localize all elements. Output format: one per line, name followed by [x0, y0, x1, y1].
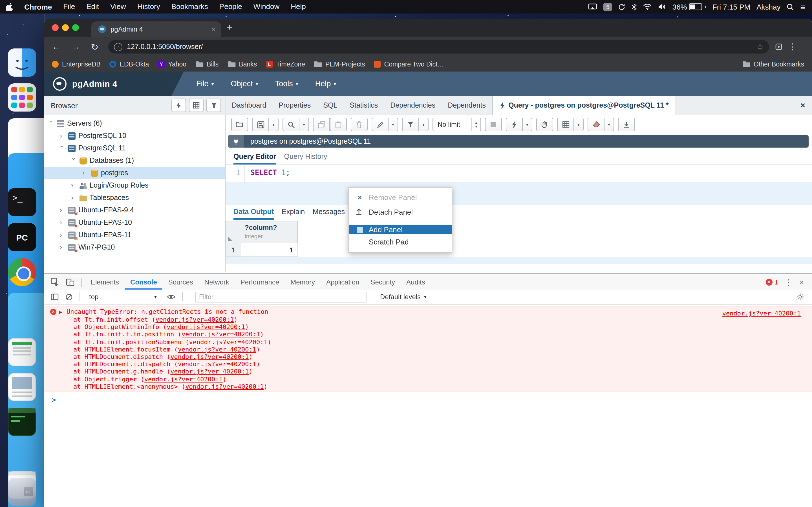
- fast-user-switch-label[interactable]: Akshay: [756, 3, 780, 11]
- spotlight-search-icon[interactable]: [786, 3, 794, 10]
- view-data-options-button[interactable]: [557, 118, 574, 131]
- grid-column-header[interactable]: ?column? integer: [241, 221, 298, 243]
- quick-search-button[interactable]: [171, 99, 186, 112]
- limit-stepper-icon[interactable]: ▴▾: [471, 118, 480, 131]
- tree-item-postgres-selected[interactable]: ›postgres: [44, 167, 225, 179]
- stack-source-link[interactable]: vendor.js?ver=40200:1: [178, 360, 256, 368]
- chevron-expanded-icon[interactable]: ›: [60, 145, 65, 151]
- clear-query-button[interactable]: [588, 118, 605, 131]
- tab-dependents[interactable]: Dependents: [442, 96, 492, 115]
- browser-tab[interactable]: pgAdmin 4 ×: [91, 21, 221, 37]
- console-filter-input[interactable]: [195, 291, 366, 302]
- pgadmin-menu-file[interactable]: File: [196, 79, 214, 88]
- console-settings-gear-icon[interactable]: [796, 293, 804, 301]
- error-source-link[interactable]: vendor.js?ver=40200:1: [722, 310, 801, 318]
- volume-icon[interactable]: [658, 3, 666, 10]
- forward-button[interactable]: →: [69, 42, 82, 52]
- menu-view[interactable]: View: [105, 0, 132, 13]
- panel-close-icon[interactable]: ×: [800, 96, 805, 115]
- chevron-collapsed-icon[interactable]: ›: [71, 182, 77, 188]
- pgadmin-menu-help[interactable]: Help: [315, 79, 336, 88]
- context-menu-item-scratch-pad[interactable]: Scratch Pad: [349, 234, 452, 249]
- other-bookmarks-button[interactable]: Other Bookmarks: [742, 61, 804, 68]
- execute-dropdown[interactable]: ▾: [523, 118, 532, 131]
- stack-source-link[interactable]: vendor.js?ver=40200:1: [170, 353, 249, 360]
- menu-bookmarks[interactable]: Bookmarks: [166, 0, 214, 13]
- context-menu-item-detach-panel[interactable]: Detach Panel: [349, 205, 452, 219]
- chevron-collapsed-icon[interactable]: ›: [82, 170, 88, 176]
- bookmark-compare-two-dict[interactable]: Compare Two Dict…: [374, 61, 444, 68]
- tab-properties[interactable]: Properties: [272, 96, 317, 115]
- menu-help[interactable]: Help: [285, 0, 312, 13]
- value-cell[interactable]: 1: [241, 243, 298, 257]
- console-error-entry[interactable]: × ▶ Uncaught TypeError: n.getClientRects…: [44, 306, 812, 392]
- filter-dropdown[interactable]: ▾: [419, 118, 428, 131]
- window-zoom-button[interactable]: [72, 24, 79, 31]
- error-count-badge[interactable]: ×1: [765, 279, 778, 285]
- window-close-button[interactable]: [52, 24, 59, 31]
- pgadmin-menu-tools[interactable]: Tools: [275, 79, 298, 88]
- clear-dropdown[interactable]: ▾: [605, 118, 614, 131]
- console-prompt[interactable]: >: [44, 395, 56, 405]
- extensions-icon[interactable]: [775, 43, 783, 51]
- delete-button[interactable]: [351, 118, 368, 131]
- devtools-menu-icon[interactable]: ⋮: [785, 277, 793, 286]
- terminal-dock-icon[interactable]: >_: [8, 188, 36, 216]
- chevron-collapsed-icon[interactable]: ›: [60, 207, 65, 213]
- chevron-collapsed-icon[interactable]: ›: [60, 220, 65, 225]
- device-toolbar-icon[interactable]: [66, 278, 74, 286]
- menu-edit[interactable]: Edit: [81, 0, 105, 13]
- tree-item-login-group-roles[interactable]: ›Login/Group Roles: [44, 179, 225, 191]
- tab-close-icon[interactable]: ×: [211, 25, 215, 33]
- screenshot-doc-dock-icon[interactable]: [8, 373, 36, 401]
- row-number-cell[interactable]: 1: [225, 243, 241, 257]
- new-tab-button[interactable]: +: [227, 22, 232, 33]
- edit-button[interactable]: [371, 118, 389, 131]
- browser-menu-icon[interactable]: ⋮: [788, 42, 797, 52]
- tab-dashboard[interactable]: Dashboard: [225, 96, 272, 115]
- commit-button[interactable]: [536, 118, 553, 131]
- tree-item-ubuntu-epas-11[interactable]: ›Ubuntu-EPAS-11: [44, 229, 225, 241]
- open-file-button[interactable]: [231, 118, 248, 131]
- console-sidebar-icon[interactable]: [51, 293, 59, 300]
- bluetooth-icon[interactable]: [632, 3, 637, 10]
- chevron-expanded-icon[interactable]: ›: [71, 158, 77, 163]
- menu-file[interactable]: File: [57, 0, 81, 13]
- spreadsheet-doc-dock-icon[interactable]: [8, 338, 36, 366]
- inspect-element-icon[interactable]: [51, 278, 59, 286]
- tree-item-ubuntu-epas-94[interactable]: ›Ubuntu-EPAS-9.4: [44, 204, 225, 216]
- menu-history[interactable]: History: [132, 0, 166, 13]
- reload-button[interactable]: ↻: [88, 41, 101, 52]
- trash-dock-icon[interactable]: [8, 478, 36, 506]
- notification-center-icon[interactable]: ≡: [800, 2, 805, 11]
- bookmark-enterprisedb[interactable]: EnterpriseDB: [52, 61, 101, 68]
- tree-item-postgresql-10[interactable]: ›PostgreSQL 10: [44, 129, 225, 142]
- devtools-tab-audits[interactable]: Audits: [401, 275, 431, 289]
- tab-messages[interactable]: Messages: [313, 205, 345, 220]
- execute-query-button[interactable]: [506, 118, 523, 131]
- wifi-icon[interactable]: [643, 3, 652, 10]
- devtools-tab-application[interactable]: Application: [320, 275, 365, 289]
- bookmark-star-icon[interactable]: ☆: [756, 42, 763, 51]
- chrome-dock-icon[interactable]: [8, 258, 36, 286]
- copy-button[interactable]: [313, 118, 330, 131]
- paste-button[interactable]: [330, 118, 347, 131]
- clear-console-icon[interactable]: [65, 293, 73, 300]
- menu-bar-clock[interactable]: Fri 7:15 PM: [712, 3, 750, 11]
- stack-source-link[interactable]: vendor.js?ver=40200:1: [185, 383, 264, 390]
- tree-item-databases[interactable]: ›Databases (1): [44, 154, 225, 167]
- download-csv-button[interactable]: [618, 118, 635, 131]
- bookmark-edb-okta[interactable]: EDB-Okta: [110, 61, 149, 68]
- bookmark-timezone[interactable]: LTimeZone: [266, 61, 305, 68]
- tree-item-servers[interactable]: ›Servers (6): [44, 117, 225, 129]
- devtools-tab-memory[interactable]: Memory: [285, 275, 320, 289]
- context-menu-item-add-panel[interactable]: ▦Add Panel: [349, 225, 452, 234]
- tab-dependencies[interactable]: Dependencies: [384, 96, 442, 115]
- site-info-icon[interactable]: i: [114, 43, 122, 51]
- sync-status-icon[interactable]: [618, 3, 626, 10]
- stack-source-link[interactable]: vendor.js?ver=40200:1: [189, 338, 267, 346]
- chevron-expanded-icon[interactable]: ›: [49, 121, 54, 126]
- bookmark-folder-banks[interactable]: Banks: [227, 61, 257, 68]
- find-button[interactable]: [283, 118, 299, 131]
- tab-query-history[interactable]: Query History: [284, 150, 327, 165]
